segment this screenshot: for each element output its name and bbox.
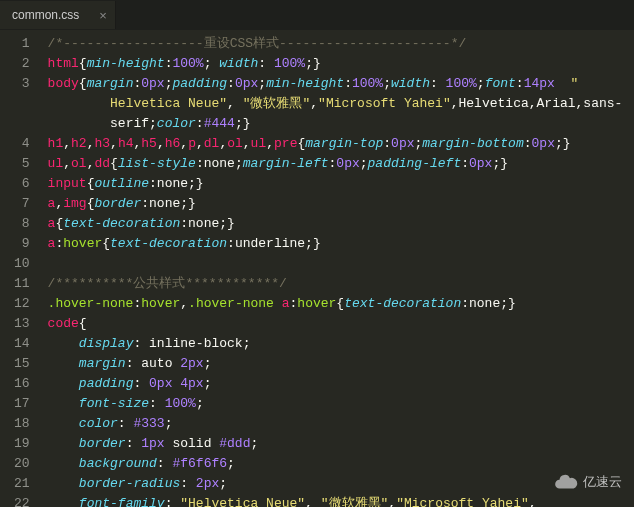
code-line: ul,ol,dd{list-style:none;margin-left:0px…: [48, 154, 623, 174]
code-line: border-radius: 2px;: [48, 474, 623, 494]
code-line: /**********公共样式************/: [48, 274, 623, 294]
line-number: 11: [14, 274, 30, 294]
line-number: 12: [14, 294, 30, 314]
code-line: [48, 254, 623, 274]
line-number: 6: [14, 174, 30, 194]
line-number: 14: [14, 334, 30, 354]
line-number: 3: [14, 74, 30, 94]
line-number: 4: [14, 134, 30, 154]
code-line: html{min-height:100%; width: 100%;}: [48, 54, 623, 74]
code-line: /*------------------重设CSS样式-------------…: [48, 34, 623, 54]
code-line: margin: auto 2px;: [48, 354, 623, 374]
code-line: padding: 0px 4px;: [48, 374, 623, 394]
line-number: 15: [14, 354, 30, 374]
line-number: 18: [14, 414, 30, 434]
tab-filename: common.css: [12, 8, 79, 22]
code-line: color: #333;: [48, 414, 623, 434]
line-number: 5: [14, 154, 30, 174]
code-editor[interactable]: 1234567891011121314151617181920212223 /*…: [0, 30, 634, 507]
code-line: body{margin:0px;padding:0px;min-height:1…: [48, 74, 623, 94]
code-line: a{text-decoration:none;}: [48, 214, 623, 234]
line-number: 19: [14, 434, 30, 454]
code-line: .hover-none:hover,.hover-none a:hover{te…: [48, 294, 623, 314]
line-number: 16: [14, 374, 30, 394]
code-line: a:hover{text-decoration:underline;}: [48, 234, 623, 254]
line-number: 17: [14, 394, 30, 414]
code-line: background: #f6f6f6;: [48, 454, 623, 474]
line-number: 21: [14, 474, 30, 494]
close-icon[interactable]: ×: [99, 9, 107, 22]
watermark-text: 亿速云: [583, 473, 622, 491]
code-line: display: inline-block;: [48, 334, 623, 354]
code-line: font-size: 100%;: [48, 394, 623, 414]
line-number: 22: [14, 494, 30, 507]
cloud-icon: [553, 469, 579, 495]
line-number: 9: [14, 234, 30, 254]
watermark: 亿速云: [553, 469, 622, 495]
code-line: a,img{border:none;}: [48, 194, 623, 214]
code-line-wrap: serif;color:#444;}: [48, 114, 623, 134]
code-line: border: 1px solid #ddd;: [48, 434, 623, 454]
line-number-gutter: 1234567891011121314151617181920212223: [0, 30, 40, 507]
line-number: 13: [14, 314, 30, 334]
code-line-wrap: Helvetica Neue", "微软雅黑","Microsoft Yahei…: [48, 94, 623, 114]
tab-bar: common.css ×: [0, 0, 634, 30]
tab-common-css[interactable]: common.css ×: [0, 1, 116, 29]
code-line: code{: [48, 314, 623, 334]
line-number: 10: [14, 254, 30, 274]
code-line: font-family: "Helvetica Neue", "微软雅黑","M…: [48, 494, 623, 507]
line-number: 20: [14, 454, 30, 474]
line-number: 2: [14, 54, 30, 74]
line-number: 1: [14, 34, 30, 54]
line-number: 8: [14, 214, 30, 234]
line-number: 7: [14, 194, 30, 214]
code-content[interactable]: /*------------------重设CSS样式-------------…: [40, 30, 623, 507]
code-line: input{outline:none;}: [48, 174, 623, 194]
code-line: h1,h2,h3,h4,h5,h6,p,dl,ol,ul,pre{margin-…: [48, 134, 623, 154]
